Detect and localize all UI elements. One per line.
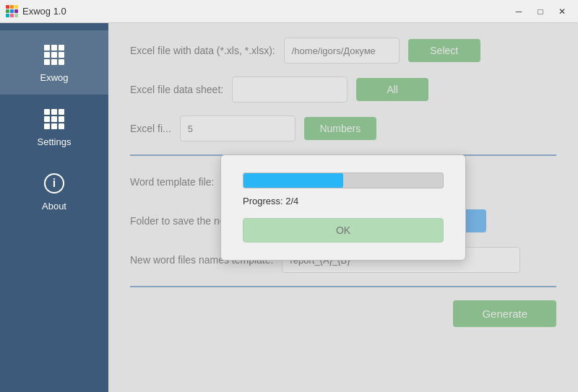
sidebar-item-exwog[interactable]: Exwog [0, 30, 108, 95]
progress-bar-fill [243, 173, 343, 188]
sidebar-about-label: About [42, 201, 66, 212]
sidebar-exwog-label: Exwog [40, 72, 68, 83]
progress-bar-container [243, 173, 444, 188]
app-icon [6, 5, 18, 17]
settings-icon [41, 106, 67, 132]
window-controls: ─ □ ✕ [509, 4, 572, 19]
app-title: Exwog 1.0 [22, 6, 66, 17]
sidebar: Exwog Settings i About [0, 23, 108, 392]
modal-overlay: Progress: 2/4 OK [108, 23, 578, 392]
app-container: Exwog Settings i About Excel file with d… [0, 23, 578, 392]
ok-button[interactable]: OK [243, 218, 444, 243]
main-content: Excel file with data (*.xls, *.xlsx): Se… [108, 23, 578, 392]
close-button[interactable]: ✕ [552, 4, 572, 19]
exwog-icon [41, 42, 67, 68]
title-bar: Exwog 1.0 ─ □ ✕ [0, 0, 578, 23]
sidebar-item-settings[interactable]: Settings [0, 95, 108, 159]
sidebar-item-about[interactable]: i About [0, 159, 108, 223]
minimize-button[interactable]: ─ [509, 4, 529, 19]
progress-text: Progress: 2/4 [243, 196, 444, 206]
info-icon: i [41, 170, 67, 196]
maximize-button[interactable]: □ [530, 4, 551, 19]
sidebar-settings-label: Settings [38, 136, 72, 147]
progress-modal: Progress: 2/4 OK [220, 154, 466, 261]
